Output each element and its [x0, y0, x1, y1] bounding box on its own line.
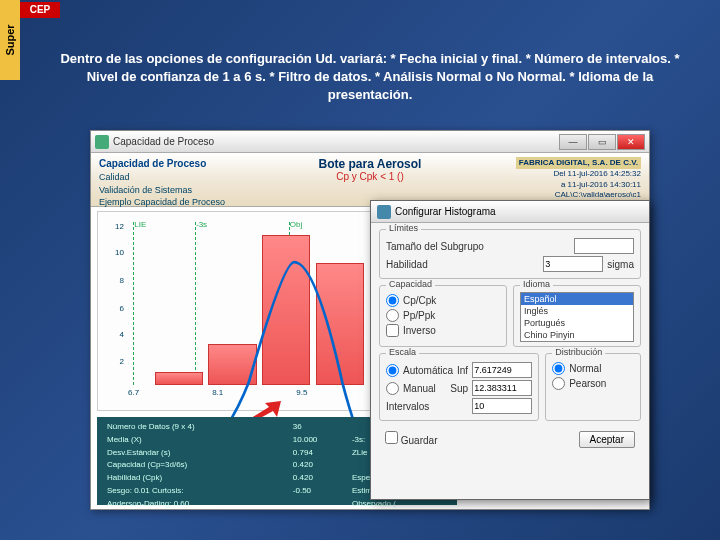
dialog-titlebar[interactable]: Configurar Histograma	[371, 201, 649, 223]
manual-radio[interactable]	[386, 382, 399, 395]
report-header: Capacidad de Proceso Calidad Validación …	[91, 153, 649, 207]
x-axis: 6.7 8.1 9.5 10.9	[128, 388, 396, 406]
app-icon	[95, 135, 109, 149]
ytick: 10	[115, 248, 124, 257]
ppppk-radio[interactable]	[386, 309, 399, 322]
y-axis: 12 10 8 6 4 2	[102, 222, 126, 385]
group-label: Idioma	[520, 279, 553, 289]
idioma-option[interactable]: Chino Pinyin	[521, 329, 633, 341]
habilidad-input[interactable]	[543, 256, 603, 272]
close-button[interactable]: ✕	[617, 134, 645, 150]
product-name: Bote para Aerosol	[319, 157, 422, 171]
group-label: Distribución	[552, 347, 605, 357]
side-tab: Super	[0, 0, 20, 80]
panel-title: Capacidad de Proceso	[99, 157, 225, 171]
cpcpk-radio[interactable]	[386, 294, 399, 307]
minimize-button[interactable]: —	[559, 134, 587, 150]
xtick: 8.1	[212, 388, 223, 406]
plot-area: LIE -3s Obj LSE	[128, 222, 396, 385]
group-idioma: Idioma Español Inglés Portugués Chino Pi…	[513, 285, 641, 347]
cpk-status: Cp y Cpk < 1 ()	[319, 171, 422, 182]
auto-radio[interactable]	[386, 364, 399, 377]
subgrupo-input[interactable]	[574, 238, 634, 254]
ytick: 6	[120, 304, 124, 313]
hdr-line1: Calidad	[99, 171, 225, 184]
xtick: 9.5	[296, 388, 307, 406]
habilidad-label: Habilidad	[386, 259, 539, 270]
titlebar[interactable]: Capacidad de Proceso — ▭ ✕	[91, 131, 649, 153]
group-distribucion: Distribución Normal Pearson	[545, 353, 641, 421]
pearson-radio[interactable]	[552, 377, 565, 390]
maximize-button[interactable]: ▭	[588, 134, 616, 150]
dialog-title: Configurar Histograma	[395, 206, 496, 217]
factory-name: FABRICA DIGITAL, S.A. DE C.V.	[516, 157, 641, 169]
histogram-chart: 12 10 8 6 4 2 LIE -3s Obj LSE 6.7 8.1 9.…	[97, 211, 407, 411]
data-path: CAL\C:\valida\aeroso\c1	[516, 190, 641, 200]
date-to: a 11-jul-2016 14:30:11	[516, 180, 641, 190]
hdr-line3: Ejemplo Capacidad de Proceso	[99, 196, 225, 209]
ytick: 2	[120, 357, 124, 366]
ytick: 12	[115, 222, 124, 231]
config-dialog: Configurar Histograma Límites Tamaño del…	[370, 200, 650, 500]
group-escala: Escala Automática Inf Manual Sup Interva…	[379, 353, 539, 421]
dialog-icon	[377, 205, 391, 219]
ytick: 4	[120, 330, 124, 339]
group-label: Escala	[386, 347, 419, 357]
normal-radio[interactable]	[552, 362, 565, 375]
xtick: 6.7	[128, 388, 139, 406]
idioma-option[interactable]: Español	[521, 293, 633, 305]
slide-caption: Dentro de las opciones de configuración …	[50, 50, 690, 105]
group-capacidad: Capacidad Cp/Cpk Pp/Ppk Inverso	[379, 285, 507, 347]
window-title: Capacidad de Proceso	[113, 136, 214, 147]
side-tab-label: Super	[4, 24, 16, 55]
subgrupo-label: Tamaño del Subgrupo	[386, 241, 570, 252]
inverso-check[interactable]	[386, 324, 399, 337]
guardar-check[interactable]	[385, 431, 398, 444]
cep-logo: CEP	[20, 2, 60, 18]
group-limites: Límites Tamaño del Subgrupo Habilidad si…	[379, 229, 641, 279]
intervalos-input[interactable]	[472, 398, 532, 414]
idioma-dropdown[interactable]: Español Inglés Portugués Chino Pinyin	[520, 292, 634, 342]
sigma-label: sigma	[607, 259, 634, 270]
aceptar-button[interactable]: Aceptar	[579, 431, 635, 448]
hdr-line2: Validación de Sistemas	[99, 184, 225, 197]
idioma-option[interactable]: Inglés	[521, 305, 633, 317]
idioma-option[interactable]: Portugués	[521, 317, 633, 329]
inf-input[interactable]	[472, 362, 532, 378]
sup-input[interactable]	[472, 380, 532, 396]
group-label: Límites	[386, 223, 421, 233]
group-label: Capacidad	[386, 279, 435, 289]
date-from: Del 11-jul-2016 14:25:32	[516, 169, 641, 179]
ytick: 8	[120, 276, 124, 285]
